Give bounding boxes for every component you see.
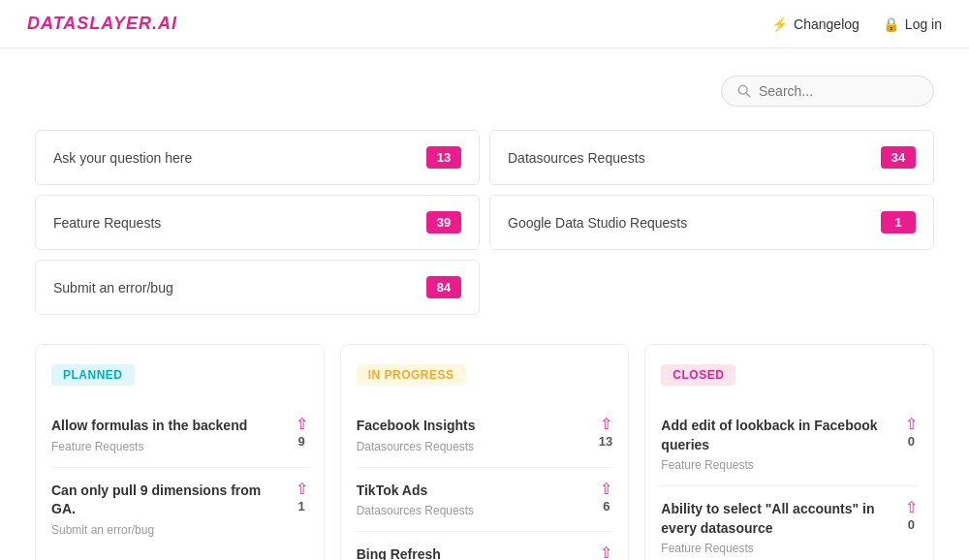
feature-vote: ⇧ 0 [905, 500, 918, 532]
feature-item: Allow formulas in the backend Feature Re… [51, 403, 308, 468]
vote-count: 1 [298, 499, 305, 513]
feature-vote: ⇧ 9 [296, 417, 308, 449]
category-card[interactable]: Google Data Studio Requests 1 [489, 195, 934, 250]
header-right: ⚡ Changelog 🔒 Log in [771, 16, 942, 32]
feature-row: Bing Refresh Submit an error/bug ⇧ 1 [357, 545, 613, 560]
upvote-button[interactable]: ⇧ [600, 482, 612, 497]
category-label: Submit an error/bug [53, 280, 173, 296]
category-card[interactable]: Datasources Requests 34 [489, 130, 934, 185]
header: DATASLAYER.AI ⚡ Changelog 🔒 Log in [0, 0, 969, 48]
feature-title: Allow formulas in the backend [51, 417, 247, 436]
category-badge: 13 [426, 146, 461, 169]
categories-grid: Ask your question here 13 Datasources Re… [35, 130, 934, 315]
feature-item: Bing Refresh Submit an error/bug ⇧ 1 [357, 532, 613, 560]
feature-title: Add edit of lookback in Facebook queries [661, 417, 897, 454]
lock-icon: 🔒 [883, 16, 899, 32]
column-header: CLOSED [661, 364, 918, 386]
upvote-button[interactable]: ⇧ [296, 482, 308, 497]
category-card[interactable]: Feature Requests 39 [35, 195, 480, 250]
column-planned: PLANNED Allow formulas in the backend Fe… [35, 344, 325, 560]
category-label: Google Data Studio Requests [508, 215, 687, 231]
feature-title: Ability to select "All accounts" in ever… [661, 500, 897, 538]
column-header: IN PROGRESS [357, 364, 613, 386]
bolt-icon: ⚡ [771, 16, 788, 32]
changelog-label: Changelog [794, 16, 860, 32]
feature-item: Can only pull 9 dimensions from GA. Subm… [51, 468, 308, 550]
feature-vote: ⇧ 0 [905, 417, 918, 449]
upvote-button[interactable]: ⇧ [296, 417, 308, 432]
status-badge: PLANNED [51, 364, 135, 386]
upvote-button[interactable]: ⇧ [905, 417, 918, 432]
column-inprogress: IN PROGRESS Facebook Insights Datasource… [340, 344, 630, 560]
category-badge: 34 [881, 146, 916, 169]
vote-count: 0 [908, 517, 915, 532]
feature-row: Allow formulas in the backend Feature Re… [51, 417, 308, 453]
upvote-button[interactable]: ⇧ [600, 545, 612, 560]
category-badge: 84 [426, 276, 461, 298]
login-button[interactable]: 🔒 Log in [883, 16, 942, 32]
vote-count: 13 [599, 434, 612, 449]
category-card[interactable]: Ask your question here 13 [35, 130, 480, 185]
feature-vote: ⇧ 6 [600, 482, 612, 513]
main-content: Ask your question here 13 Datasources Re… [0, 48, 969, 560]
columns-grid: PLANNED Allow formulas in the backend Fe… [35, 344, 934, 560]
feature-row: TikTok Ads Datasources Requests ⇧ 6 [357, 482, 613, 518]
feature-category: Feature Requests [661, 458, 897, 472]
feature-row: Facebook Insights Datasources Requests ⇧… [357, 417, 613, 453]
feature-title: Facebook Insights [357, 417, 476, 436]
vote-count: 9 [298, 434, 305, 449]
category-badge: 1 [881, 211, 916, 233]
upvote-button[interactable]: ⇧ [905, 500, 918, 515]
svg-line-1 [746, 93, 750, 97]
feature-title: Can only pull 9 dimensions from GA. [51, 482, 288, 519]
logo: DATASLAYER.AI [27, 14, 177, 34]
feature-row: Ability to select "All accounts" in ever… [661, 500, 918, 555]
feature-row: Can only pull 9 dimensions from GA. Subm… [51, 482, 308, 537]
search-input[interactable] [759, 83, 918, 99]
search-icon [737, 84, 751, 98]
status-badge: CLOSED [661, 364, 735, 386]
feature-category: Submit an error/bug [51, 523, 288, 537]
vote-count: 6 [603, 499, 610, 513]
category-card[interactable]: Submit an error/bug 84 [35, 260, 480, 315]
status-badge: IN PROGRESS [357, 364, 466, 386]
feature-vote: ⇧ 13 [599, 417, 612, 449]
feature-item: TikTok Ads Datasources Requests ⇧ 6 [357, 468, 613, 533]
column-closed: CLOSED Add edit of lookback in Facebook … [644, 344, 934, 560]
feature-row: Add edit of lookback in Facebook queries… [661, 417, 918, 472]
search-box [721, 76, 934, 107]
feature-vote: ⇧ 1 [600, 545, 612, 560]
feature-title: TikTok Ads [357, 482, 474, 501]
feature-vote: ⇧ 1 [296, 482, 308, 513]
feature-category: Feature Requests [51, 440, 247, 453]
feature-item: Facebook Insights Datasources Requests ⇧… [357, 403, 613, 468]
feature-category: Feature Requests [661, 542, 897, 555]
changelog-button[interactable]: ⚡ Changelog [771, 16, 860, 32]
vote-count: 0 [908, 434, 915, 449]
feature-category: Datasources Requests [357, 440, 476, 453]
category-label: Ask your question here [53, 150, 192, 166]
category-label: Datasources Requests [508, 150, 645, 166]
feature-category: Datasources Requests [357, 504, 474, 517]
feature-item: Ability to select "All accounts" in ever… [661, 486, 918, 560]
column-header: PLANNED [51, 364, 308, 386]
category-label: Feature Requests [53, 215, 161, 231]
search-wrapper [35, 76, 934, 107]
upvote-button[interactable]: ⇧ [600, 417, 612, 432]
feature-title: Bing Refresh [357, 545, 459, 560]
feature-item: Add edit of lookback in Facebook queries… [661, 403, 918, 486]
login-label: Log in [905, 16, 942, 32]
category-badge: 39 [426, 211, 461, 233]
